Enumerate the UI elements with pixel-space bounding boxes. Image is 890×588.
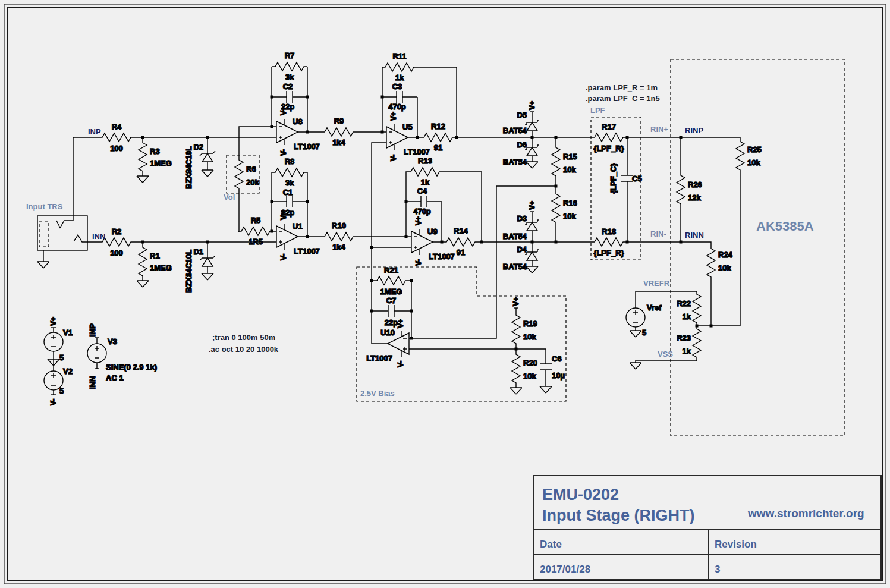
R11-value: 1k [395, 73, 404, 82]
adc-label[interactable]: AK5385A [756, 219, 814, 234]
R21-name: R21 [384, 266, 398, 275]
zener-D2[interactable]: D2BZX84C10L [184, 143, 215, 189]
R8-name: R8 [285, 157, 295, 166]
diode-D5[interactable]: D5BAT54 [503, 111, 539, 135]
rin-minus-label[interactable]: RIN- [650, 229, 666, 238]
V3-inn-flag: INN [88, 376, 97, 389]
resistor-R26[interactable]: R2612k [677, 172, 702, 207]
resistor-R4[interactable]: R4100 [99, 122, 134, 153]
net-rinp[interactable]: RINP [685, 126, 703, 135]
U8-vminus-label: V- [279, 149, 288, 156]
capacitor-C4[interactable]: C4470p [406, 187, 442, 216]
title-subtitle: Input Stage (RIGHT) [542, 507, 694, 524]
C6-name: C6 [552, 354, 562, 363]
opamp-U1[interactable]: U1 LT1007 V+ V- [276, 211, 320, 260]
input-trs-jack[interactable] [37, 216, 87, 250]
U9-value: LT1007 [429, 252, 455, 261]
lpf-label[interactable]: LPF [590, 106, 605, 115]
capacitor-C3[interactable]: C3470p [382, 82, 417, 111]
revision-label: Revision [715, 539, 757, 550]
input-trs-label[interactable]: Input TRS [26, 202, 63, 211]
U5-value: LT1007 [404, 147, 430, 156]
resistor-R19[interactable]: R1910k [512, 312, 537, 347]
resistor-R25[interactable]: R2510k [736, 138, 762, 174]
vsource-V3[interactable]: V3 SINE(0 2.9 1k) AC 1 INP INN [87, 323, 157, 389]
resistor-R3[interactable]: R31MEG [139, 139, 172, 175]
vol-label[interactable]: Vol [224, 193, 235, 202]
resistor-R7[interactable]: R73k [272, 51, 307, 81]
R15-name: R15 [563, 152, 577, 161]
net-inn[interactable]: INN [92, 232, 105, 241]
resistor-R6[interactable]: R620k [235, 156, 259, 192]
R25-name: R25 [747, 145, 762, 154]
tran-directive[interactable]: ;tran 0 100m 50m [212, 333, 275, 342]
ground-symbols[interactable] [37, 162, 641, 394]
capacitor-C2[interactable]: C222p [272, 82, 307, 111]
vss-label[interactable]: VSS [658, 350, 673, 359]
opamp-U9[interactable]: U9 LT1007 V+ V- [411, 216, 455, 266]
R18-name: R18 [602, 227, 616, 236]
D4-value: BAT54 [503, 262, 527, 271]
R24-value: 10k [718, 263, 731, 272]
R26-value: 12k [688, 193, 701, 202]
diode-D3[interactable]: D3BAT54 [503, 214, 539, 241]
D5-vplus-flag: V+ [528, 101, 536, 110]
R11-name: R11 [392, 52, 406, 61]
resistor-R11[interactable]: R111k [382, 52, 417, 82]
U9-vplus-label: V+ [414, 216, 423, 225]
capacitor-C5[interactable]: C5{LPF_C} [609, 161, 642, 196]
R20-value: 10k [523, 372, 536, 381]
R10-name: R10 [332, 221, 346, 230]
diode-D6[interactable]: D6BAT54 [503, 140, 539, 166]
zener-D1[interactable]: D1BZX84C10L [184, 247, 215, 293]
resistor-R20[interactable]: R2010k [512, 351, 537, 386]
net-inp[interactable]: INP [88, 127, 101, 136]
R20-name: R20 [523, 359, 537, 367]
date-label: Date [540, 539, 562, 550]
U1-vminus-label: V- [279, 254, 288, 260]
resistor-R22[interactable]: R221k [677, 291, 701, 326]
capacitor-C1[interactable]: C122p [272, 188, 307, 217]
resistor-R15[interactable]: R1510k [552, 144, 577, 180]
R22-name: R22 [677, 299, 691, 308]
resistor-R10[interactable]: R101k4 [321, 221, 357, 251]
diode-D4[interactable]: D4BAT54 [503, 245, 539, 271]
opamp-U8[interactable]: U8 LT1007 V+ V- [276, 106, 320, 156]
vrefr-label[interactable]: VREFR [643, 279, 670, 288]
R8-value: 3k [285, 178, 294, 187]
R22-value: 1k [683, 312, 691, 321]
schematic-canvas: R4100 R2100 R31MEG R11MEG R620k R51R5 R7… [0, 0, 890, 588]
R18-value: {LPF_R} [593, 249, 624, 257]
resistor-R17[interactable]: R17{LPF_R} [591, 122, 627, 153]
param-r-directive[interactable]: .param LPF_R = 1m [586, 83, 658, 92]
R13-value: 1k [421, 178, 430, 187]
capacitor-C6[interactable]: C610µ [540, 349, 565, 385]
bias-label[interactable]: 2.5V Bias [360, 389, 395, 398]
resistor-R23[interactable]: R231k [677, 325, 701, 361]
R23-name: R23 [677, 334, 691, 342]
resistor-R16[interactable]: R1610k [552, 190, 577, 226]
jack-contacts [56, 216, 87, 242]
resistor-R1[interactable]: R11MEG [139, 244, 172, 279]
vsource-V2[interactable]: V2 5 V- [44, 367, 73, 405]
rin-plus-label[interactable]: RIN+ [650, 125, 668, 134]
ac-directive[interactable]: .ac oct 10 20 1000k [209, 345, 279, 354]
resistor-R18[interactable]: R18{LPF_R} [591, 227, 627, 257]
resistor-R9[interactable]: R91k4 [321, 117, 357, 147]
resistor-R8[interactable]: R83k [272, 157, 307, 187]
R9-name: R9 [334, 117, 344, 125]
C3-value: 470p [388, 102, 406, 111]
resistor-R21[interactable]: R211MEG [373, 266, 409, 296]
R21-value: 1MEG [380, 287, 402, 296]
U8-vplus-label: V+ [279, 106, 288, 115]
resistor-R13[interactable]: R131k [407, 156, 443, 187]
R16-value: 10k [563, 212, 576, 221]
R13-name: R13 [418, 156, 432, 165]
C2-name: C2 [283, 82, 293, 91]
opamp-U5[interactable]: U5 LT1007 V+ V- [386, 112, 430, 161]
vsource-V1[interactable]: V1 5 V+ [44, 317, 73, 362]
net-rinn[interactable]: RINN [685, 231, 704, 240]
param-c-directive[interactable]: .param LPF_C = 1n5 [586, 94, 660, 103]
D1-name: D1 [193, 247, 203, 256]
resistor-R24[interactable]: R2410k [707, 245, 733, 281]
